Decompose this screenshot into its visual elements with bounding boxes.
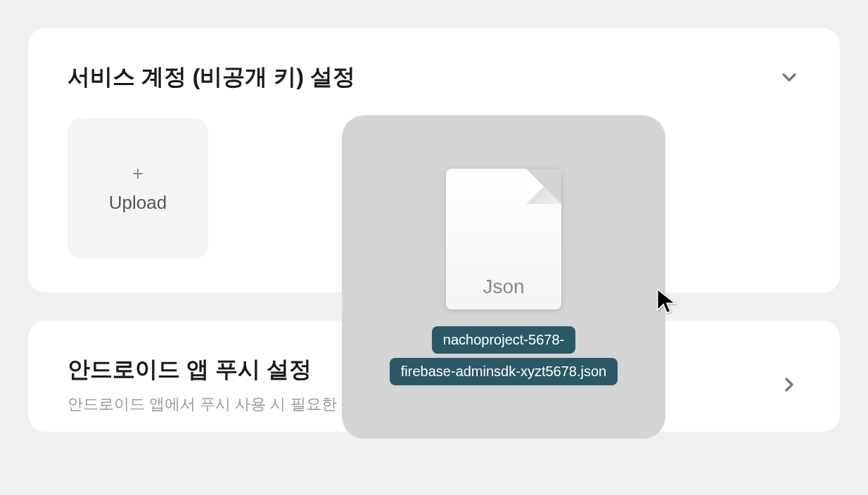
- drag-file-overlay: Json nachoproject-5678- firebase-adminsd…: [342, 115, 665, 439]
- service-account-title: 서비스 계정 (비공개 키) 설정: [68, 62, 355, 93]
- upload-label: Upload: [109, 192, 167, 214]
- file-icon: Json: [446, 169, 561, 309]
- chevron-down-icon[interactable]: [778, 66, 800, 89]
- chevron-right-icon[interactable]: [778, 373, 800, 396]
- filename-badges: nachoproject-5678- firebase-adminsdk-xyz…: [390, 326, 618, 385]
- plus-icon: +: [132, 164, 143, 184]
- file-type-label: Json: [483, 276, 524, 298]
- upload-button[interactable]: + Upload: [68, 118, 208, 259]
- filename-line2: firebase-adminsdk-xyzt5678.json: [390, 358, 618, 385]
- cursor-icon: [653, 287, 681, 315]
- filename-line1: nachoproject-5678-: [432, 326, 575, 354]
- file-fold-corner: [526, 169, 561, 204]
- card-header: 서비스 계정 (비공개 키) 설정: [68, 62, 800, 93]
